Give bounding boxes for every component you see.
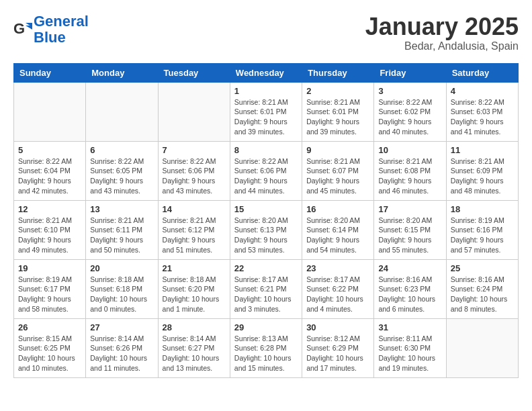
day-number: 22	[234, 263, 298, 273]
calendar-week-row: 19Sunrise: 8:19 AM Sunset: 6:17 PM Dayli…	[14, 259, 519, 318]
day-number: 28	[163, 322, 226, 332]
weekday-header-row: SundayMondayTuesdayWednesdayThursdayFrid…	[14, 63, 519, 82]
day-info: Sunrise: 8:21 AM Sunset: 6:01 PM Dayligh…	[306, 97, 369, 137]
day-number: 30	[306, 322, 369, 332]
calendar-cell: 7Sunrise: 8:22 AM Sunset: 6:06 PM Daylig…	[158, 141, 230, 200]
logo-line2: Blue	[34, 29, 66, 46]
calendar-cell	[86, 82, 158, 141]
day-number: 9	[306, 145, 369, 155]
weekday-header-cell: Saturday	[446, 63, 518, 82]
calendar-cell: 19Sunrise: 8:19 AM Sunset: 6:17 PM Dayli…	[14, 259, 86, 318]
day-info: Sunrise: 8:22 AM Sunset: 6:03 PM Dayligh…	[451, 97, 514, 137]
day-info: Sunrise: 8:16 AM Sunset: 6:24 PM Dayligh…	[451, 275, 514, 314]
calendar-cell: 5Sunrise: 8:22 AM Sunset: 6:04 PM Daylig…	[14, 141, 86, 200]
calendar-cell: 29Sunrise: 8:13 AM Sunset: 6:28 PM Dayli…	[230, 318, 302, 377]
day-info: Sunrise: 8:21 AM Sunset: 6:11 PM Dayligh…	[90, 216, 153, 255]
logo-line1: General	[34, 13, 89, 30]
day-info: Sunrise: 8:20 AM Sunset: 6:15 PM Dayligh…	[378, 216, 441, 255]
day-number: 24	[378, 263, 441, 273]
day-info: Sunrise: 8:21 AM Sunset: 6:08 PM Dayligh…	[378, 156, 441, 196]
day-info: Sunrise: 8:21 AM Sunset: 6:09 PM Dayligh…	[451, 156, 514, 196]
day-number: 12	[18, 204, 81, 214]
day-info: Sunrise: 8:21 AM Sunset: 6:12 PM Dayligh…	[163, 216, 226, 255]
weekday-header-cell: Tuesday	[158, 63, 230, 82]
day-info: Sunrise: 8:14 AM Sunset: 6:26 PM Dayligh…	[90, 334, 153, 373]
calendar-cell: 14Sunrise: 8:21 AM Sunset: 6:12 PM Dayli…	[158, 200, 230, 259]
calendar-cell	[14, 82, 86, 141]
day-info: Sunrise: 8:18 AM Sunset: 6:20 PM Dayligh…	[163, 275, 226, 314]
day-info: Sunrise: 8:16 AM Sunset: 6:23 PM Dayligh…	[378, 275, 441, 314]
calendar-cell: 25Sunrise: 8:16 AM Sunset: 6:24 PM Dayli…	[446, 259, 518, 318]
day-info: Sunrise: 8:18 AM Sunset: 6:18 PM Dayligh…	[90, 275, 153, 314]
calendar-cell: 11Sunrise: 8:21 AM Sunset: 6:09 PM Dayli…	[446, 141, 518, 200]
day-number: 5	[18, 145, 81, 155]
day-info: Sunrise: 8:19 AM Sunset: 6:16 PM Dayligh…	[451, 216, 514, 255]
day-number: 4	[451, 86, 514, 96]
calendar-cell: 12Sunrise: 8:21 AM Sunset: 6:10 PM Dayli…	[14, 200, 86, 259]
day-number: 26	[18, 322, 81, 332]
day-number: 3	[378, 86, 441, 96]
calendar-week-row: 5Sunrise: 8:22 AM Sunset: 6:04 PM Daylig…	[14, 141, 519, 200]
day-number: 16	[306, 204, 369, 214]
day-info: Sunrise: 8:20 AM Sunset: 6:14 PM Dayligh…	[306, 216, 369, 255]
svg-marker-2	[26, 26, 32, 30]
day-number: 13	[90, 204, 153, 214]
calendar-cell: 16Sunrise: 8:20 AM Sunset: 6:14 PM Dayli…	[302, 200, 374, 259]
subtitle: Bedar, Andalusia, Spain	[365, 40, 519, 52]
weekday-header-cell: Monday	[86, 63, 158, 82]
weekday-header-cell: Sunday	[14, 63, 86, 82]
calendar-cell: 2Sunrise: 8:21 AM Sunset: 6:01 PM Daylig…	[302, 82, 374, 141]
weekday-header-cell: Thursday	[302, 63, 374, 82]
day-info: Sunrise: 8:20 AM Sunset: 6:13 PM Dayligh…	[234, 216, 298, 255]
day-info: Sunrise: 8:11 AM Sunset: 6:30 PM Dayligh…	[378, 334, 441, 373]
day-number: 15	[234, 204, 298, 214]
day-number: 29	[234, 322, 298, 332]
calendar-cell: 4Sunrise: 8:22 AM Sunset: 6:03 PM Daylig…	[446, 82, 518, 141]
main-title: January 2025	[365, 13, 519, 40]
calendar-cell: 27Sunrise: 8:14 AM Sunset: 6:26 PM Dayli…	[86, 318, 158, 377]
calendar-cell: 30Sunrise: 8:12 AM Sunset: 6:29 PM Dayli…	[302, 318, 374, 377]
calendar-cell: 10Sunrise: 8:21 AM Sunset: 6:08 PM Dayli…	[374, 141, 446, 200]
day-info: Sunrise: 8:21 AM Sunset: 6:07 PM Dayligh…	[306, 156, 369, 196]
calendar-cell: 26Sunrise: 8:15 AM Sunset: 6:25 PM Dayli…	[14, 318, 86, 377]
day-number: 1	[234, 86, 298, 96]
calendar-cell: 24Sunrise: 8:16 AM Sunset: 6:23 PM Dayli…	[374, 259, 446, 318]
day-info: Sunrise: 8:14 AM Sunset: 6:27 PM Dayligh…	[163, 334, 226, 373]
day-info: Sunrise: 8:13 AM Sunset: 6:28 PM Dayligh…	[234, 334, 298, 373]
page-header: G General Blue January 2025 Bedar, Andal…	[13, 13, 519, 52]
calendar-cell: 28Sunrise: 8:14 AM Sunset: 6:27 PM Dayli…	[158, 318, 230, 377]
day-number: 7	[163, 145, 226, 155]
day-info: Sunrise: 8:21 AM Sunset: 6:01 PM Dayligh…	[234, 97, 298, 137]
calendar-week-row: 1Sunrise: 8:21 AM Sunset: 6:01 PM Daylig…	[14, 82, 519, 141]
day-info: Sunrise: 8:22 AM Sunset: 6:04 PM Dayligh…	[18, 156, 81, 196]
calendar-cell: 3Sunrise: 8:22 AM Sunset: 6:02 PM Daylig…	[374, 82, 446, 141]
day-number: 21	[163, 263, 226, 273]
title-block: January 2025 Bedar, Andalusia, Spain	[365, 13, 519, 52]
logo: G General Blue	[13, 13, 89, 46]
day-info: Sunrise: 8:22 AM Sunset: 6:02 PM Dayligh…	[378, 97, 441, 137]
day-number: 25	[451, 263, 514, 273]
calendar: SundayMondayTuesdayWednesdayThursdayFrid…	[13, 63, 519, 378]
calendar-cell	[158, 82, 230, 141]
day-number: 20	[90, 263, 153, 273]
calendar-week-row: 26Sunrise: 8:15 AM Sunset: 6:25 PM Dayli…	[14, 318, 519, 377]
calendar-week-row: 12Sunrise: 8:21 AM Sunset: 6:10 PM Dayli…	[14, 200, 519, 259]
day-info: Sunrise: 8:22 AM Sunset: 6:06 PM Dayligh…	[234, 156, 298, 196]
calendar-cell: 20Sunrise: 8:18 AM Sunset: 6:18 PM Dayli…	[86, 259, 158, 318]
logo-text: General Blue	[34, 13, 89, 46]
day-number: 27	[90, 322, 153, 332]
day-number: 14	[163, 204, 226, 214]
calendar-cell: 31Sunrise: 8:11 AM Sunset: 6:30 PM Dayli…	[374, 318, 446, 377]
day-info: Sunrise: 8:21 AM Sunset: 6:10 PM Dayligh…	[18, 216, 81, 255]
calendar-cell: 21Sunrise: 8:18 AM Sunset: 6:20 PM Dayli…	[158, 259, 230, 318]
day-number: 10	[378, 145, 441, 155]
svg-text:G: G	[13, 20, 25, 37]
day-number: 11	[451, 145, 514, 155]
day-number: 6	[90, 145, 153, 155]
day-number: 31	[378, 322, 441, 332]
calendar-cell: 17Sunrise: 8:20 AM Sunset: 6:15 PM Dayli…	[374, 200, 446, 259]
calendar-cell: 13Sunrise: 8:21 AM Sunset: 6:11 PM Dayli…	[86, 200, 158, 259]
calendar-body: 1Sunrise: 8:21 AM Sunset: 6:01 PM Daylig…	[14, 82, 519, 377]
calendar-cell: 6Sunrise: 8:22 AM Sunset: 6:05 PM Daylig…	[86, 141, 158, 200]
day-number: 8	[234, 145, 298, 155]
